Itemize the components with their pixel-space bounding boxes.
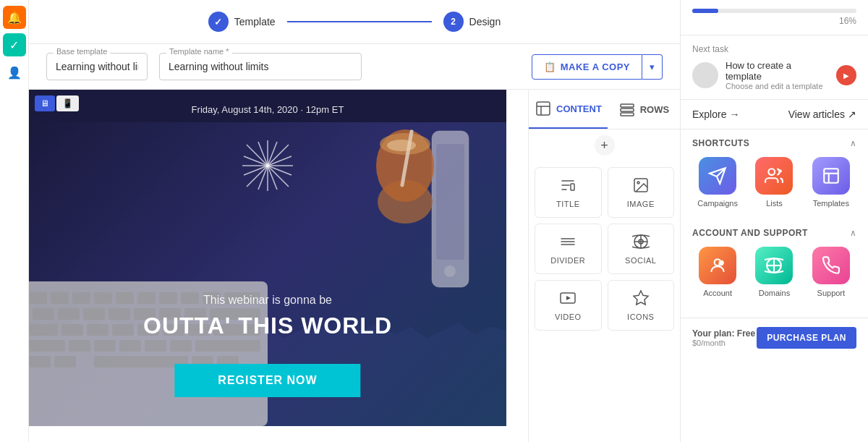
explore-link[interactable]: Explore → xyxy=(692,109,739,120)
sidebar-icon-user[interactable]: 👤 xyxy=(3,61,26,84)
next-task-item: How to create a template Choose and edit… xyxy=(692,60,856,90)
svg-point-63 xyxy=(637,182,639,184)
step-template-label: Template xyxy=(234,16,276,27)
shortcuts-section: SHORTCUTS ∧ Campaigns xyxy=(681,129,868,228)
left-sidebar: 🔔 ✓ 👤 xyxy=(0,0,29,442)
block-social[interactable]: SOCIAL xyxy=(608,224,675,274)
block-video[interactable]: VIDEO xyxy=(535,280,602,331)
preview-text-area: This webinar is gonna be OUTTA' THIS WOR… xyxy=(29,294,506,339)
divider-block-icon xyxy=(559,233,576,250)
copy-icon: 📋 xyxy=(544,61,556,72)
desktop-view-button[interactable]: 🖥 xyxy=(35,95,55,111)
block-icons[interactable]: ICONS xyxy=(608,280,675,331)
svg-rect-27 xyxy=(29,340,65,352)
svg-rect-59 xyxy=(621,109,634,111)
canvas-container: 🖥 📱 Friday, August 14th, 2020 · 12pm ET xyxy=(29,90,528,442)
shortcut-domains[interactable]: Domains xyxy=(749,247,799,297)
shortcut-lists[interactable]: Lists xyxy=(749,157,799,208)
view-articles-link[interactable]: View articles ↗ xyxy=(788,109,856,120)
base-template-input[interactable] xyxy=(46,53,148,80)
preview-image-area: This webinar is gonna be OUTTA' THIS WOR… xyxy=(29,122,506,426)
tab-content[interactable]: CONTENT xyxy=(529,90,608,129)
base-template-group: Base template xyxy=(46,53,148,80)
task-name: How to create a template xyxy=(726,60,829,82)
block-image[interactable]: IMAGE xyxy=(608,167,675,218)
lists-label: Lists xyxy=(766,199,783,208)
sidebar-icon-notification[interactable]: 🔔 xyxy=(3,6,26,29)
block-title[interactable]: TITLE xyxy=(535,167,602,218)
account-support-grid: ⚙ Account Domains xyxy=(692,247,856,297)
coffee-decoration xyxy=(373,129,438,226)
video-block-icon xyxy=(559,289,576,307)
shortcuts-collapse-icon[interactable]: ∧ xyxy=(850,138,856,148)
sidebar-icon-check[interactable]: ✓ xyxy=(3,33,26,56)
plan-section: Your plan: Free $0/month PURCHASE PLAN xyxy=(681,318,868,357)
mobile-view-button[interactable]: 📱 xyxy=(56,95,79,111)
svg-rect-32 xyxy=(170,340,192,352)
shortcuts-title: SHORTCUTS xyxy=(692,138,749,148)
make-copy-button[interactable]: 📋 MAKE A COPY xyxy=(532,54,642,80)
lists-shortcut-icon xyxy=(755,157,793,195)
task-info: How to create a template Choose and edit… xyxy=(726,60,829,90)
templates-label: Templates xyxy=(813,199,849,208)
svg-marker-72 xyxy=(634,291,648,305)
svg-rect-34 xyxy=(29,356,51,367)
make-copy-dropdown-button[interactable]: ▾ xyxy=(642,54,663,80)
base-template-label: Base template xyxy=(54,47,110,56)
add-row-button[interactable]: + xyxy=(595,135,615,156)
template-name-input[interactable] xyxy=(159,53,362,80)
canvas-toolbar: 🖥 📱 xyxy=(35,95,79,111)
register-now-button[interactable]: REGISTER NOW xyxy=(174,364,360,397)
step-connector xyxy=(287,21,432,22)
icons-block-icon xyxy=(632,289,650,307)
editor-area: 🖥 📱 Friday, August 14th, 2020 · 12pm ET xyxy=(29,90,680,442)
campaigns-label: Campaigns xyxy=(697,199,738,208)
plan-info: Your plan: Free $0/month xyxy=(692,328,755,347)
shortcut-campaigns[interactable]: Campaigns xyxy=(692,157,743,208)
svg-rect-31 xyxy=(145,340,166,352)
content-tabs: CONTENT ROWS xyxy=(529,90,680,129)
explore-section: Explore → View articles ↗ xyxy=(681,100,868,129)
task-avatar xyxy=(692,62,718,88)
account-support-header: ACCOUNT AND SUPPORT ∧ xyxy=(692,228,856,238)
templates-shortcut-icon xyxy=(812,157,850,195)
progress-bar-container xyxy=(692,9,856,13)
step-design: 2 Design xyxy=(443,12,501,32)
blocks-grid: TITLE IMAGE xyxy=(529,161,680,336)
svg-point-46 xyxy=(387,140,416,151)
make-copy-button-group: 📋 MAKE A COPY ▾ xyxy=(532,54,663,80)
step-template: ✓ Template xyxy=(208,12,276,32)
svg-point-75 xyxy=(779,169,782,172)
svg-rect-60 xyxy=(621,113,634,116)
svg-marker-71 xyxy=(566,296,571,300)
social-block-icon xyxy=(632,233,650,250)
svg-rect-30 xyxy=(119,340,141,352)
account-shortcut-icon: ⚙ xyxy=(699,247,736,284)
shortcut-support[interactable]: Support xyxy=(806,247,856,297)
view-articles-label: View articles xyxy=(788,109,845,120)
starburst-decoration xyxy=(239,137,297,197)
explore-label: Explore xyxy=(692,109,726,120)
explore-arrow-icon: → xyxy=(729,109,739,120)
play-button[interactable]: ▶ xyxy=(836,65,856,85)
shortcut-templates[interactable]: Templates xyxy=(806,157,856,208)
plan-name: Your plan: Free xyxy=(692,328,755,339)
campaigns-shortcut-icon xyxy=(699,157,736,195)
svg-point-73 xyxy=(769,169,775,175)
shortcut-account[interactable]: ⚙ Account xyxy=(692,247,743,297)
email-preview: Friday, August 14th, 2020 · 12pm ET xyxy=(29,90,506,426)
canvas-preview: Friday, August 14th, 2020 · 12pm ET xyxy=(29,90,528,442)
step-design-circle: 2 xyxy=(443,12,464,32)
account-support-collapse-icon[interactable]: ∧ xyxy=(850,228,856,238)
preview-subtitle: This webinar is gonna be xyxy=(29,294,506,307)
svg-rect-33 xyxy=(195,340,260,352)
svg-rect-61 xyxy=(571,184,574,190)
template-name-group: Template name * xyxy=(159,53,362,80)
preview-title: OUTTA' THIS WORLD xyxy=(29,313,506,339)
content-panel: CONTENT ROWS + xyxy=(528,90,680,442)
progress-bar-fill xyxy=(692,9,718,13)
purchase-plan-button[interactable]: PURCHASE PLAN xyxy=(757,327,856,349)
tab-rows[interactable]: ROWS xyxy=(608,90,680,129)
external-link-icon: ↗ xyxy=(848,109,856,120)
block-divider[interactable]: DIVIDER xyxy=(535,224,602,274)
